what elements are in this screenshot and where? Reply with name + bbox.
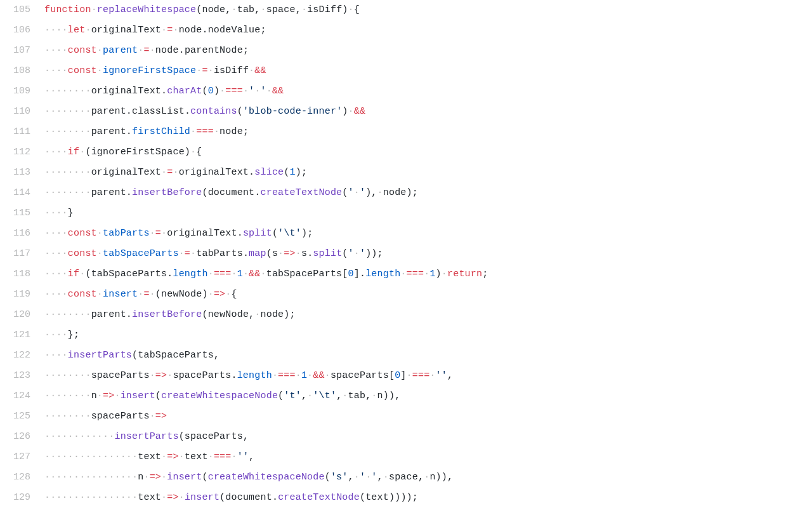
token-pun: { [196, 147, 202, 157]
line-number[interactable]: 129 [0, 488, 44, 508]
code-line[interactable]: 109········originalText.charAt(0)·===·'·… [0, 81, 812, 102]
line-content[interactable]: ········parent.insertBefore(newNode,·nod… [44, 305, 812, 325]
code-line[interactable]: 108····const·ignoreFirstSpace·=·isDiff·&… [0, 61, 812, 81]
token-var: space [266, 4, 296, 15]
line-number[interactable]: 105 [0, 0, 44, 20]
token-var: node [261, 309, 284, 320]
code-line[interactable]: 121····}; [0, 325, 812, 345]
line-content[interactable]: ····const·parent·=·node.parentNode; [44, 41, 812, 61]
line-content[interactable]: ····let·originalText·=·node.nodeValue; [44, 20, 812, 41]
code-line[interactable]: 123········spaceParts·=>·spaceParts.leng… [0, 366, 812, 386]
line-number[interactable]: 112 [0, 142, 44, 163]
line-content[interactable]: ····} [44, 203, 812, 224]
line-number[interactable]: 107 [0, 41, 44, 61]
line-content[interactable]: ····const·tabParts·=·originalText.split(… [44, 224, 812, 244]
code-line[interactable]: 115····} [0, 203, 812, 224]
code-line[interactable]: 117····const·tabSpaceParts·=·tabParts.ma… [0, 244, 812, 264]
code-line[interactable]: 118····if·(tabSpaceParts.length·===·1·&&… [0, 264, 812, 284]
line-content[interactable]: ········spaceParts·=> [44, 406, 812, 427]
line-content[interactable]: ····}; [44, 325, 812, 345]
code-line[interactable]: 107····const·parent·=·node.parentNode; [0, 41, 812, 61]
line-number[interactable]: 123 [0, 366, 44, 386]
code-line[interactable]: 125········spaceParts·=> [0, 406, 812, 427]
line-number[interactable]: 121 [0, 325, 44, 345]
token-fn: split [313, 248, 342, 259]
whitespace-dot-icon: · [74, 492, 79, 503]
token-var: parent [91, 187, 126, 198]
token-pun: ; [482, 269, 488, 279]
line-number[interactable]: 113 [0, 163, 44, 183]
line-content[interactable]: ········parent.firstChild·===·node; [44, 122, 812, 142]
line-number[interactable]: 125 [0, 406, 44, 427]
whitespace-dot-icon: · [68, 126, 74, 137]
token-num: 1 [429, 269, 435, 279]
line-number[interactable]: 106 [0, 20, 44, 41]
line-content[interactable]: ····if·(tabSpaceParts.length·===·1·&&·ta… [44, 264, 812, 284]
line-content[interactable]: ········parent.classList.contains('blob-… [44, 102, 812, 122]
line-content[interactable]: ····if·(ignoreFirstSpace)·{ [44, 142, 812, 163]
whitespace-dot-icon: · [143, 472, 149, 483]
line-number[interactable]: 110 [0, 102, 44, 122]
code-line[interactable]: 114········parent.insertBefore(document.… [0, 183, 812, 203]
line-content[interactable]: ········n·=>·insert(createWhitespaceNode… [44, 386, 812, 406]
line-content[interactable]: ················text·=>·text·===·'', [44, 447, 812, 467]
line-content[interactable]: function·replaceWhitespace(node,·tab,·sp… [44, 0, 812, 20]
code-line[interactable]: 128················n·=>·insert(createWhi… [0, 467, 812, 488]
whitespace-dot-icon: · [126, 492, 132, 503]
code-line[interactable]: 126············insertParts(spaceParts, [0, 427, 812, 447]
whitespace-dot-icon: · [68, 187, 74, 198]
code-line[interactable]: 122····insertParts(tabSpaceParts, [0, 345, 812, 366]
line-content[interactable]: ····const·tabSpaceParts·=·tabParts.map(s… [44, 244, 812, 264]
line-number[interactable]: 111 [0, 122, 44, 142]
line-number[interactable]: 117 [0, 244, 44, 264]
code-line[interactable]: 106····let·originalText·=·node.nodeValue… [0, 20, 812, 41]
line-content[interactable]: ········spaceParts·=>·spaceParts.length·… [44, 366, 812, 386]
line-number[interactable]: 116 [0, 224, 44, 244]
token-kw: return [447, 269, 482, 279]
code-line[interactable]: 112····if·(ignoreFirstSpace)·{ [0, 142, 812, 163]
line-content[interactable]: ········originalText.charAt(0)·===·'·'·&… [44, 81, 812, 102]
code-line[interactable]: 119····const·insert·=·(newNode)·=>·{ [0, 284, 812, 305]
code-line[interactable]: 111········parent.firstChild·===·node; [0, 122, 812, 142]
code-line[interactable]: 127················text·=>·text·===·'', [0, 447, 812, 467]
whitespace-dot-icon: · [44, 431, 50, 442]
line-number[interactable]: 124 [0, 386, 44, 406]
line-number[interactable]: 120 [0, 305, 44, 325]
whitespace-dot-icon: · [272, 370, 278, 381]
line-content[interactable]: ················n·=>·insert(createWhites… [44, 467, 812, 488]
line-number[interactable]: 114 [0, 183, 44, 203]
line-content[interactable]: ········parent.insertBefore(document.cre… [44, 183, 812, 203]
line-number[interactable]: 109 [0, 81, 44, 102]
whitespace-dot-icon: · [97, 228, 103, 239]
code-line[interactable]: 124········n·=>·insert(createWhitespaceN… [0, 386, 812, 406]
code-line[interactable]: 110········parent.classList.contains('bl… [0, 102, 812, 122]
whitespace-dot-icon: · [85, 106, 91, 117]
code-line[interactable]: 105function·replaceWhitespace(node,·tab,… [0, 0, 812, 20]
line-content[interactable]: ················text·=>·insert(document.… [44, 488, 812, 508]
line-number[interactable]: 126 [0, 427, 44, 447]
line-number[interactable]: 128 [0, 467, 44, 488]
code-line[interactable]: 116····const·tabParts·=·originalText.spl… [0, 224, 812, 244]
token-pun: ) [442, 472, 447, 483]
whitespace-dot-icon: · [91, 4, 97, 15]
whitespace-dot-icon: · [150, 289, 155, 300]
whitespace-dot-icon: · [56, 350, 62, 361]
line-number[interactable]: 115 [0, 203, 44, 224]
whitespace-dot-icon: · [56, 45, 62, 56]
whitespace-dot-icon: · [85, 86, 91, 97]
line-number[interactable]: 108 [0, 61, 44, 81]
line-number[interactable]: 119 [0, 284, 44, 305]
code-line[interactable]: 113········originalText·=·originalText.s… [0, 163, 812, 183]
line-number[interactable]: 127 [0, 447, 44, 467]
code-line[interactable]: 120········parent.insertBefore(newNode,·… [0, 305, 812, 325]
line-number[interactable]: 118 [0, 264, 44, 284]
line-content[interactable]: ········originalText·=·originalText.slic… [44, 163, 812, 183]
line-number[interactable]: 122 [0, 345, 44, 366]
code-line[interactable]: 129················text·=>·insert(docume… [0, 488, 812, 508]
whitespace-dot-icon: · [56, 228, 62, 239]
line-content[interactable]: ············insertParts(spaceParts, [44, 427, 812, 447]
line-content[interactable]: ····const·insert·=·(newNode)·=>·{ [44, 284, 812, 305]
line-content[interactable]: ····const·ignoreFirstSpace·=·isDiff·&& [44, 61, 812, 81]
line-content[interactable]: ····insertParts(tabSpaceParts, [44, 345, 812, 366]
whitespace-dot-icon: · [62, 25, 68, 36]
